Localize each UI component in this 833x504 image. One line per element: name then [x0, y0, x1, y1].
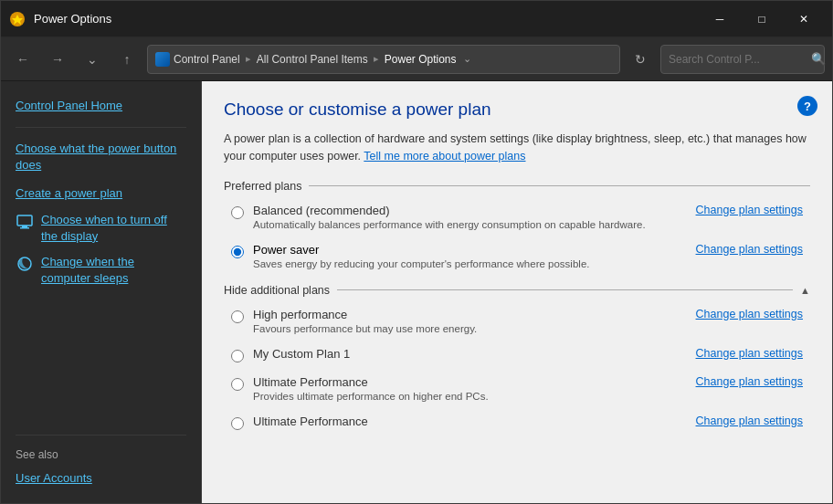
additional-plans-chevron[interactable]: ▲: [800, 285, 810, 296]
svg-rect-1: [17, 215, 32, 226]
plan-item-balanced: Balanced (recommended) Automatically bal…: [224, 204, 810, 230]
plan-change-balanced[interactable]: Change plan settings: [696, 204, 803, 216]
plan-item-powersaver: Power saver Saves energy by reducing you…: [224, 243, 810, 269]
svg-rect-2: [22, 226, 27, 227]
search-input[interactable]: [669, 53, 806, 66]
plan-radio-powersaver[interactable]: [231, 246, 244, 258]
plan-name-powersaver: Power saver: [253, 243, 685, 257]
preferred-plans-header: Preferred plans: [224, 180, 810, 193]
plan-name-custom1: My Custom Plan 1: [253, 347, 685, 361]
plan-change-powersaver[interactable]: Change plan settings: [696, 243, 803, 256]
search-icon[interactable]: 🔍: [811, 52, 826, 66]
plan-desc-ultimate1: Provides ultimate performance on higher …: [253, 391, 685, 402]
forward-button[interactable]: →: [43, 45, 72, 74]
additional-plans-label: Hide additional plans: [224, 284, 330, 297]
window-title: Power Options: [34, 12, 699, 26]
plan-info-powersaver: Power saver Saves energy by reducing you…: [253, 243, 685, 269]
plan-change-custom1[interactable]: Change plan settings: [696, 347, 803, 360]
plan-info-highperf: High performance Favours performance but…: [253, 308, 685, 334]
sidebar: Control Panel Home Choose what the power…: [1, 81, 202, 503]
plan-radio-balanced[interactable]: [231, 206, 244, 219]
plan-desc-highperf: Favours performance but may use more ene…: [253, 323, 685, 334]
plan-info-balanced: Balanced (recommended) Automatically bal…: [253, 204, 685, 230]
minimize-button[interactable]: ─: [699, 5, 741, 34]
window-icon: [8, 10, 26, 28]
sidebar-divider-2: [16, 435, 186, 436]
content-panel: ? Choose or customise a power plan A pow…: [202, 81, 832, 503]
maximize-button[interactable]: □: [741, 5, 783, 34]
sidebar-item-power-button[interactable]: Choose what the power button does: [1, 135, 201, 179]
plan-change-highperf[interactable]: Change plan settings: [696, 308, 803, 320]
breadcrumb-icon: [155, 52, 170, 67]
plan-name-highperf: High performance: [253, 308, 685, 321]
addressbar: ← → ⌄ ↑ Control Panel ▸ All Control Pane…: [1, 37, 832, 81]
plan-info-ultimate2: Ultimate Performance: [253, 415, 685, 428]
plan-radio-ultimate1[interactable]: [231, 378, 244, 391]
breadcrumb-all-items: All Control Panel Items: [257, 53, 368, 66]
sidebar-item-sleep[interactable]: Change when the computer sleeps: [1, 249, 201, 291]
main-content: Control Panel Home Choose what the power…: [1, 81, 832, 503]
plan-name-ultimate2: Ultimate Performance: [253, 415, 685, 428]
plan-info-custom1: My Custom Plan 1: [253, 347, 685, 361]
address-box[interactable]: Control Panel ▸ All Control Panel Items …: [147, 45, 620, 74]
refresh-button[interactable]: ↻: [626, 45, 655, 74]
see-also-label: See also: [1, 443, 201, 465]
breadcrumb-sep-2: ▸: [374, 53, 379, 65]
panel-description: A power plan is a collection of hardware…: [224, 131, 810, 165]
preferred-section-line: [309, 185, 810, 186]
learn-more-link[interactable]: Tell me more about power plans: [364, 150, 525, 163]
recent-locations-button[interactable]: ⌄: [78, 45, 107, 74]
search-box[interactable]: 🔍: [660, 45, 825, 74]
sidebar-divider-1: [16, 127, 186, 128]
close-button[interactable]: ✕: [783, 5, 825, 34]
breadcrumb-sep-1: ▸: [246, 53, 251, 65]
panel-title: Choose or customise a power plan: [224, 100, 810, 120]
additional-section-line: [337, 289, 793, 290]
sleep-icon: [16, 255, 34, 273]
plan-name-ultimate1: Ultimate Performance: [253, 375, 685, 389]
up-button[interactable]: ↑: [112, 45, 142, 74]
back-button[interactable]: ←: [8, 45, 37, 74]
titlebar: Power Options ─ □ ✕: [1, 1, 832, 37]
plan-item-custom1: My Custom Plan 1 Change plan settings: [224, 347, 810, 362]
plan-change-ultimate1[interactable]: Change plan settings: [696, 375, 803, 388]
help-icon[interactable]: ?: [797, 96, 817, 116]
breadcrumb-control-panel: Control Panel: [174, 53, 240, 66]
sidebar-item-display-label: Choose when to turn off the display: [41, 212, 186, 245]
sidebar-item-create-plan[interactable]: Create a power plan: [1, 180, 201, 207]
power-options-window: Power Options ─ □ ✕ ← → ⌄ ↑ Control Pane…: [0, 0, 833, 504]
plan-change-ultimate2[interactable]: Change plan settings: [696, 415, 803, 427]
additional-plans-header: Hide additional plans ▲: [224, 284, 810, 297]
plan-info-ultimate1: Ultimate Performance Provides ultimate p…: [253, 375, 685, 402]
preferred-plans-label: Preferred plans: [224, 180, 301, 193]
plan-radio-highperf[interactable]: [231, 310, 244, 323]
window-controls: ─ □ ✕: [699, 5, 825, 34]
breadcrumb-current: Power Options: [385, 53, 457, 66]
plan-item-ultimate1: Ultimate Performance Provides ultimate p…: [224, 375, 810, 402]
plan-item-ultimate2: Ultimate Performance Change plan setting…: [224, 415, 810, 430]
plan-item-highperf: High performance Favours performance but…: [224, 308, 810, 334]
plan-desc-powersaver: Saves energy by reducing your computer's…: [253, 258, 685, 269]
plan-desc-balanced: Automatically balances performance with …: [253, 219, 685, 230]
plan-radio-custom1[interactable]: [231, 350, 244, 362]
sidebar-item-user-accounts[interactable]: User Accounts: [1, 465, 201, 492]
sidebar-item-display[interactable]: Choose when to turn off the display: [1, 207, 201, 249]
sidebar-item-home[interactable]: Control Panel Home: [1, 92, 201, 120]
address-dropdown-icon[interactable]: ⌄: [463, 53, 471, 65]
sidebar-item-sleep-label: Change when the computer sleeps: [41, 254, 186, 287]
monitor-icon: [16, 213, 34, 231]
plan-radio-ultimate2[interactable]: [231, 417, 244, 430]
svg-rect-3: [20, 227, 29, 229]
plan-name-balanced: Balanced (recommended): [253, 204, 685, 217]
